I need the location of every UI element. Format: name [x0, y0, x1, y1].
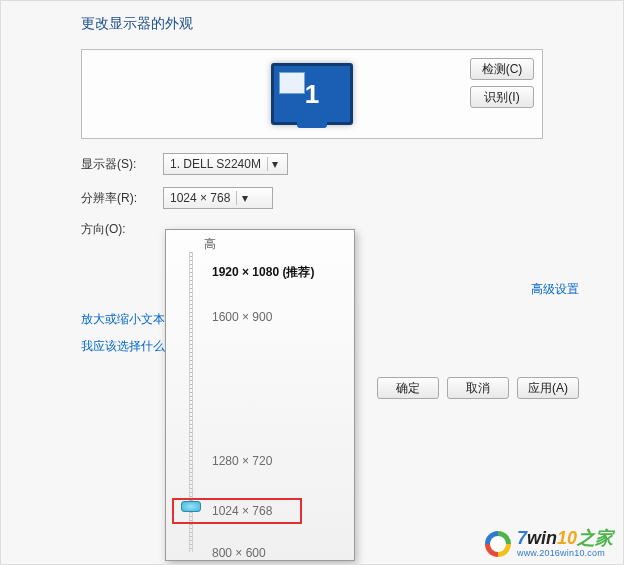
wm-seg2: win	[527, 528, 557, 548]
identify-button[interactable]: 识别(I)	[470, 86, 534, 108]
advanced-settings-link[interactable]: 高级设置	[531, 281, 579, 298]
wm-seg3: 10	[557, 528, 577, 548]
wm-seg4: 之家	[577, 528, 613, 548]
display-label: 显示器(S):	[81, 156, 163, 173]
watermark: 7win10之家 www.2016win10.com	[485, 529, 613, 558]
wm-sub: www.2016win10.com	[517, 549, 613, 558]
slider-top-label: 高	[204, 236, 346, 253]
resolution-option[interactable]: 1920 × 1080 (推荐)	[212, 264, 314, 281]
apply-button[interactable]: 应用(A)	[517, 377, 579, 399]
ok-button[interactable]: 确定	[377, 377, 439, 399]
chevron-down-icon: ▾	[267, 157, 283, 171]
monitor-1[interactable]: 1	[271, 63, 353, 125]
page-title: 更改显示器的外观	[1, 1, 623, 43]
display-select[interactable]: 1. DELL S2240M ▾	[163, 153, 288, 175]
display-select-value: 1. DELL S2240M	[170, 157, 261, 171]
resolution-slider[interactable]	[182, 252, 200, 552]
text-size-link[interactable]: 放大或缩小文本	[81, 311, 165, 328]
resolution-select-value: 1024 × 768	[170, 191, 230, 205]
orientation-label: 方向(O):	[81, 221, 163, 238]
monitor-preview-panel: 1 检测(C) 识别(I)	[81, 49, 543, 139]
monitor-number: 1	[305, 79, 319, 110]
cancel-button[interactable]: 取消	[447, 377, 509, 399]
resolution-dropdown-panel: 高 1920 × 1080 (推荐)1600 × 9001280 × 72010…	[165, 229, 355, 561]
resolution-select[interactable]: 1024 × 768 ▾	[163, 187, 273, 209]
watermark-logo-icon	[485, 531, 511, 557]
resolution-option[interactable]: 1280 × 720	[212, 454, 272, 468]
resolution-option[interactable]: 1600 × 900	[212, 310, 272, 324]
detect-button[interactable]: 检测(C)	[470, 58, 534, 80]
monitor-window-icon	[279, 72, 305, 94]
which-link[interactable]: 我应该选择什么	[81, 338, 165, 355]
wm-seg1: 7	[517, 528, 527, 548]
chevron-down-icon: ▾	[236, 191, 252, 205]
resolution-option[interactable]: 800 × 600	[212, 546, 266, 560]
slider-thumb[interactable]	[181, 501, 201, 512]
resolution-option[interactable]: 1024 × 768	[212, 504, 272, 518]
resolution-label: 分辨率(R):	[81, 190, 163, 207]
